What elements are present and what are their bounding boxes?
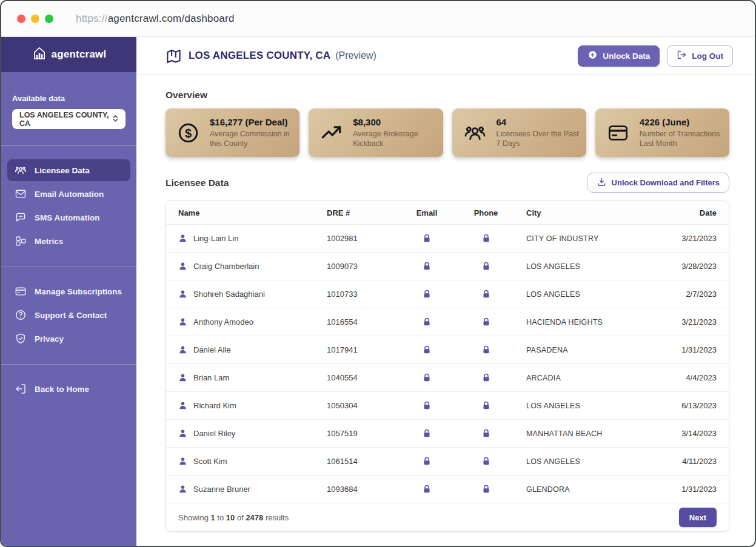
unlock-data-button[interactable]: Unlock Data: [578, 45, 660, 67]
chevron-updown-icon: [110, 113, 121, 125]
column-header-city: City: [518, 208, 647, 217]
main-panel: LOS ANGELES COUNTY, CA (Preview) Unlock …: [136, 37, 755, 546]
column-header-name: Name: [178, 208, 327, 217]
table-row: Richard Kim 1050304 LOS ANGELES 6/13/202…: [166, 392, 729, 420]
licensee-date: 6/13/2023: [647, 401, 717, 410]
question-circle-icon: [15, 309, 27, 321]
lock-icon: [481, 317, 491, 327]
lock-icon: [422, 373, 432, 383]
lock-icon: [422, 233, 432, 244]
address-bar[interactable]: https://agentcrawl.com/dashboard: [76, 13, 235, 25]
licensee-city: LOS ANGELES: [518, 290, 647, 299]
page-title: LOS ANGELES COUNTY, CA: [189, 50, 330, 62]
overview-heading: Overview: [166, 90, 729, 101]
licensee-date: 4/11/2023: [647, 457, 717, 466]
licensee-name: Ling-Lain Lin: [193, 234, 238, 243]
logo: agentcrawl: [1, 37, 136, 72]
licensee-dre-number: 1009073: [327, 262, 400, 271]
stat-label: Number of Transactions Last Month: [640, 129, 722, 149]
licensee-name: Anthony Amodeo: [193, 317, 253, 327]
licensee-date: 3/14/2023: [647, 429, 717, 438]
logo-text: agentcrawl: [52, 48, 107, 61]
map-icon: [166, 48, 182, 64]
sidebar-item-label: Privacy: [35, 334, 64, 343]
region-select[interactable]: LOS ANGELES COUNTY, CA: [12, 109, 125, 129]
licensee-city: MANHATTAN BEACH: [518, 429, 647, 438]
person-icon: [178, 401, 187, 410]
table-body: Ling-Lain Lin 1002981 CITY OF INDUSTRY 3…: [166, 225, 729, 503]
lock-icon: [422, 484, 432, 494]
unlock-data-label: Unlock Data: [603, 51, 650, 61]
browser-window: https://agentcrawl.com/dashboard agentcr…: [0, 0, 756, 547]
stat-card-kickback: $8,300 Average Brokerage Kickback: [309, 108, 443, 157]
licensee-city: LOS ANGELES: [518, 402, 647, 410]
minimize-window-button[interactable]: [31, 15, 39, 23]
sidebar-item-privacy[interactable]: Privacy: [7, 328, 130, 350]
licensee-city: CITY OF INDUSTRY: [518, 234, 647, 243]
sidebar-item-metrics[interactable]: Metrics: [7, 230, 130, 252]
sidebar-item-licensee-data[interactable]: Licensee Data: [7, 159, 130, 181]
users-icon: [15, 164, 27, 176]
pagination-text: results: [266, 513, 289, 522]
grid-icon: [15, 235, 27, 247]
logout-button[interactable]: Log Out: [667, 45, 733, 67]
person-icon: [178, 234, 187, 243]
lock-icon: [481, 428, 491, 439]
sidebar-item-back-to-home[interactable]: Back to Home: [7, 378, 130, 400]
licensee-dre-number: 1010733: [327, 290, 400, 299]
person-icon: [178, 429, 187, 438]
close-window-button[interactable]: [17, 15, 25, 23]
stat-value: 64: [497, 117, 579, 127]
person-icon: [178, 262, 187, 271]
licensee-city: HACIENDA HEIGHTS: [518, 318, 647, 327]
stat-card-commission: $ $16,277 (Per Deal) Average Commission …: [166, 108, 299, 157]
licensee-name: Suzanne Bruner: [193, 485, 250, 494]
sidebar-item-manage-subscriptions[interactable]: Manage Subscriptions: [7, 280, 130, 302]
lock-icon: [422, 317, 432, 327]
credit-card-icon: [15, 285, 27, 297]
exit-door-icon: [15, 383, 27, 395]
url-scheme: https://: [76, 13, 108, 24]
logout-label: Log Out: [692, 51, 723, 61]
lock-icon: [481, 484, 491, 494]
person-icon: [178, 485, 187, 494]
next-page-button[interactable]: Next: [679, 508, 717, 527]
pagination-status: Showing 1 to 10 of 2478 results: [178, 513, 289, 522]
dollar-circle-icon: $: [177, 122, 199, 144]
maximize-window-button[interactable]: [45, 15, 53, 23]
browser-chrome: https://agentcrawl.com/dashboard: [1, 1, 755, 37]
sidebar-item-support-contact[interactable]: Support & Contact: [7, 304, 130, 326]
sidebar-item-label: Back to Home: [35, 385, 89, 394]
licensee-city: LOS ANGELES: [518, 457, 647, 466]
overview-cards: $ $16,277 (Per Deal) Average Commission …: [166, 108, 729, 157]
licensee-city: LOS ANGELES: [518, 262, 647, 271]
logout-icon: [677, 50, 687, 62]
stat-label: Average Commission in this County: [210, 129, 292, 149]
column-header-dre: DRE #: [327, 208, 400, 217]
unlock-filters-button[interactable]: Unlock Download and Filters: [587, 173, 729, 193]
lock-icon: [481, 261, 491, 271]
licensee-date: 3/21/2023: [647, 234, 717, 243]
sidebar-item-sms-automation[interactable]: SMS Automation: [7, 207, 130, 228]
person-icon: [178, 457, 187, 466]
sidebar-item-label: Metrics: [35, 237, 63, 246]
page-subtitle: (Preview): [335, 50, 376, 61]
column-header-phone: Phone: [454, 208, 518, 217]
column-header-date: Date: [647, 208, 717, 217]
sidebar-item-label: Licensee Data: [35, 166, 90, 175]
download-icon: [597, 177, 607, 189]
stat-label: Average Brokerage Kickback: [353, 129, 435, 149]
table-footer: Showing 1 to 10 of 2478 results Next: [166, 503, 729, 531]
lock-icon: [422, 428, 432, 439]
licensee-name: Daniel Alle: [193, 345, 230, 354]
lock-icon: [481, 345, 491, 355]
licensee-date: 2/7/2023: [647, 290, 717, 299]
lock-icon: [422, 345, 432, 355]
table-header: Name DRE # Email Phone City Date: [166, 201, 729, 225]
available-data-label: Available data: [12, 94, 125, 103]
sidebar-item-email-automation[interactable]: Email Automation: [7, 183, 130, 205]
trending-up-icon: [320, 122, 343, 144]
pagination-from: 1: [211, 513, 215, 522]
sidebar: agentcrawl Available data LOS ANGELES CO…: [1, 37, 136, 546]
sidebar-nav-footer: Back to Home: [1, 365, 136, 400]
